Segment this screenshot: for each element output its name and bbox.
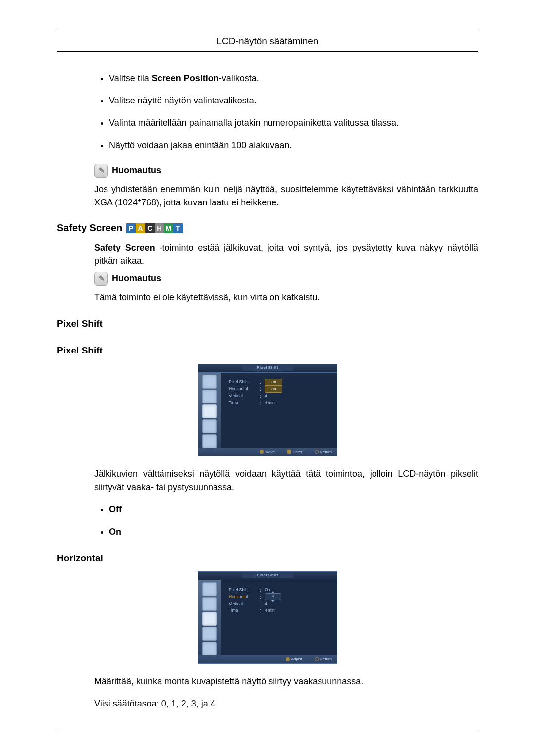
osd-menu-horizontal: Pixel Shift Pixel Shift : On Horizontal …	[198, 571, 337, 664]
option-off: Off	[109, 504, 122, 514]
badge-a: A	[136, 223, 145, 233]
safety-screen-desc: Safety Screen -toiminto estää jälkikuvat…	[94, 241, 478, 268]
note-text: Tämä toiminto ei ole käytettävissä, kun …	[94, 291, 478, 304]
horizontal-levels: Viisi säätötasoa: 0, 1, 2, 3, ja 4.	[94, 697, 478, 710]
osd-side-icon	[202, 390, 217, 403]
osd-footer-move: Move	[260, 450, 275, 454]
badge-p: P	[126, 223, 136, 233]
pixel-shift-desc: Jälkikuvien välttämiseksi näytöllä voida…	[94, 467, 478, 494]
note-text: Jos yhdistetään enemmän kuin neljä näytt…	[94, 183, 478, 209]
osd-footer-adjust: Adjust	[286, 657, 302, 661]
osd-value-spinner: 4	[265, 593, 281, 600]
osd-footer-return: Return	[315, 450, 332, 454]
osd-value: 4 min	[265, 607, 275, 614]
text: -valikosta.	[219, 73, 259, 83]
colon: :	[260, 392, 265, 400]
mode-badges: P A C H M T	[126, 223, 183, 233]
list-item: Off	[109, 503, 478, 516]
osd-value: 4	[265, 601, 267, 607]
list-item: Näyttö voidaan jakaa enintään 100 alakuv…	[109, 139, 478, 152]
osd-row-label: Horizontal	[229, 386, 260, 392]
colon: :	[260, 378, 265, 386]
osd-sidebar	[198, 373, 221, 448]
pixel-shift-options-list: Off On	[94, 503, 478, 539]
osd-row-label: Time	[229, 607, 260, 614]
text: Näyttö voidaan jakaa enintään 100 alakuv…	[109, 140, 292, 150]
osd-menu-pixel-shift: Pixel Shift Pixel Shift : Off Horizontal…	[198, 364, 337, 456]
osd-title: Pixel Shift	[242, 572, 293, 578]
colon: :	[260, 600, 265, 607]
option-on: On	[109, 527, 121, 537]
colon: :	[260, 385, 265, 393]
text: Valitse tila	[109, 73, 152, 83]
safety-screen-heading: Safety Screen P A C H M T	[57, 220, 478, 235]
intro-bullet-list: Valitse tila Screen Position-valikosta. …	[94, 72, 478, 152]
pixel-shift-heading-2: Pixel Shift	[57, 344, 478, 358]
osd-row-label: Vertical	[229, 601, 260, 607]
osd-side-icon	[202, 434, 217, 448]
osd-footer-return: Return	[315, 657, 332, 661]
osd-value: 4 min	[265, 400, 275, 406]
text: Valinta määritellään painamalla jotakin …	[109, 118, 399, 128]
osd-sidebar	[198, 580, 221, 655]
text-bold: Safety Screen	[94, 243, 155, 252]
badge-m: M	[164, 223, 173, 233]
colon: :	[260, 399, 265, 406]
note-label: Huomautus	[112, 164, 161, 177]
text: Valitse näyttö näytön valintavalikosta.	[109, 96, 257, 105]
heading-text: Safety Screen	[57, 222, 122, 233]
horizontal-desc: Määrittää, kuinka monta kuvapistettä näy…	[94, 675, 478, 688]
osd-side-icon	[202, 612, 217, 626]
horizontal-heading: Horizontal	[57, 552, 478, 566]
osd-row-label: Pixel Shift	[229, 587, 260, 593]
osd-side-icon	[202, 627, 217, 641]
pixel-shift-heading-1: Pixel Shift	[57, 317, 478, 331]
osd-row-label: Pixel Shift	[229, 379, 260, 385]
colon: :	[260, 593, 265, 601]
text-bold: Screen Position	[152, 73, 219, 83]
note-label: Huomautus	[112, 272, 161, 285]
osd-value-off: Off	[265, 379, 282, 386]
osd-value: 4	[265, 393, 267, 399]
list-item: Valitse tila Screen Position-valikosta.	[109, 72, 478, 85]
list-item: Valitse näyttö näytön valintavalikosta.	[109, 94, 478, 107]
osd-title: Pixel Shift	[242, 365, 293, 371]
badge-c: C	[145, 223, 155, 233]
osd-row-label: Vertical	[229, 393, 260, 399]
osd-side-icon	[202, 404, 217, 418]
osd-value-on: On	[265, 386, 282, 393]
osd-footer-enter: Enter	[287, 450, 302, 454]
osd-side-icon	[202, 642, 217, 655]
osd-side-icon	[202, 597, 217, 611]
colon: :	[260, 586, 265, 594]
badge-h: H	[155, 223, 164, 233]
badge-t: T	[173, 223, 183, 233]
osd-side-icon	[202, 419, 217, 433]
colon: :	[260, 607, 265, 614]
list-item: Valinta määritellään painamalla jotakin …	[109, 116, 478, 130]
page-header: LCD-näytön säätäminen	[57, 34, 478, 49]
list-item: On	[109, 525, 478, 539]
osd-row-label: Time	[229, 400, 260, 406]
note-icon: ✎	[94, 164, 108, 178]
osd-side-icon	[202, 375, 217, 389]
note-icon: ✎	[94, 272, 108, 286]
osd-row-label-highlighted: Horizontal	[229, 594, 260, 600]
osd-side-icon	[202, 582, 217, 596]
osd-value: On	[265, 587, 270, 593]
